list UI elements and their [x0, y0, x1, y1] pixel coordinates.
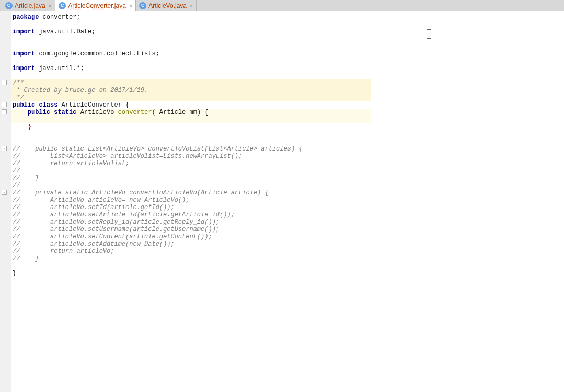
fold-toggle-icon[interactable]: -: [2, 102, 7, 107]
fold-toggle-icon[interactable]: -: [2, 146, 7, 151]
code-line[interactable]: // articleVo.setAddtime(new Date());: [11, 240, 371, 248]
code-line[interactable]: [11, 262, 371, 270]
editor-left-pane[interactable]: ----- package converter;import java.util…: [0, 11, 371, 392]
code-token: // List<ArticleVo> articleVolist=Lists.n…: [13, 153, 242, 160]
code-line[interactable]: import com.google.common.collect.Lists;: [11, 50, 371, 57]
code-token: // return articleVolist;: [13, 160, 129, 167]
editor-tab-bar: CArticle.java×CArticleConverter.java×CAr…: [0, 0, 564, 11]
code-token: ArticleVo: [76, 109, 118, 116]
fold-toggle-icon[interactable]: -: [2, 190, 7, 195]
code-token: import: [13, 65, 35, 72]
editor-shell: ----- package converter;import java.util…: [0, 11, 564, 392]
code-line[interactable]: // return articleVolist;: [11, 160, 371, 167]
tab-label: Article.java: [15, 2, 45, 9]
code-line[interactable]: import java.util.Date;: [11, 28, 371, 36]
code-line[interactable]: [11, 43, 371, 50]
code-line[interactable]: // articleVo.setId(article.getId());: [11, 204, 371, 211]
code-line[interactable]: // return articleVo;: [11, 248, 371, 255]
code-token: // }: [13, 255, 39, 262]
code-token: // return articleVo;: [13, 248, 114, 255]
code-token: ( Article mm) {: [152, 109, 208, 116]
fold-toggle-icon[interactable]: -: [2, 80, 7, 85]
editor-gutter[interactable]: -----: [0, 11, 11, 392]
code-token: ArticleConverter {: [57, 101, 129, 109]
code-token: // articleVo.setContent(article.getConte…: [13, 233, 212, 240]
code-line[interactable]: public static ArticleVo converter( Artic…: [11, 109, 371, 116]
code-line[interactable]: [11, 36, 371, 43]
code-token: import: [13, 28, 35, 36]
code-token: //: [13, 182, 20, 189]
close-icon[interactable]: ×: [190, 3, 193, 9]
code-line[interactable]: // }: [11, 255, 371, 262]
code-token: // ArticleVo articleVo= new ArticleVo();: [13, 197, 189, 204]
code-line[interactable]: //: [11, 167, 371, 175]
code-token: // articleVo.setArticle_id(article.getAr…: [13, 211, 235, 218]
fold-toggle-icon[interactable]: -: [2, 109, 7, 114]
code-token: [13, 123, 28, 131]
code-token: }: [13, 270, 16, 277]
code-token: /**: [13, 79, 24, 87]
code-line[interactable]: // articleVo.setArticle_id(article.getAr…: [11, 211, 371, 218]
tab-label: ArticleConverter.java: [68, 2, 126, 9]
code-line[interactable]: // public static List<ArticleVo> convert…: [11, 145, 371, 153]
code-line[interactable]: */: [11, 94, 371, 101]
code-token: // articleVo.setId(article.getId());: [13, 204, 175, 211]
code-token: // articleVo.setUsername(article.getUser…: [13, 226, 220, 233]
code-token: * Created by bruce.ge on 2017/1/19.: [13, 87, 148, 94]
code-line[interactable]: [11, 116, 371, 123]
code-line[interactable]: // articleVo.setContent(article.getConte…: [11, 233, 371, 240]
code-line[interactable]: // private static ArticleVo convertToArt…: [11, 189, 371, 197]
close-icon[interactable]: ×: [129, 3, 132, 9]
code-token: // public static List<ArticleVo> convert…: [13, 145, 303, 153]
tab-label: ArticleVo.java: [148, 2, 187, 9]
code-token: */: [13, 94, 24, 101]
code-line[interactable]: [11, 57, 371, 65]
code-token: [13, 109, 28, 116]
code-token: //: [13, 167, 20, 175]
tab-articleconverter-java[interactable]: CArticleConverter.java×: [55, 0, 136, 11]
code-line[interactable]: public class ArticleConverter {: [11, 101, 371, 109]
code-line[interactable]: [11, 21, 371, 28]
code-line[interactable]: package converter;: [11, 14, 371, 21]
code-token: import: [13, 50, 35, 57]
code-token: java.util.*;: [35, 65, 84, 72]
code-token: java.util.Date;: [35, 28, 95, 36]
java-class-icon: C: [5, 2, 13, 9]
code-line[interactable]: /**: [11, 79, 371, 87]
java-class-icon: C: [139, 2, 146, 9]
tab-article-java[interactable]: CArticle.java×: [2, 0, 55, 11]
java-class-icon: C: [59, 2, 66, 9]
code-token: public class: [13, 101, 57, 109]
code-line[interactable]: // ArticleVo articleVo= new ArticleVo();: [11, 197, 371, 204]
code-line[interactable]: [11, 138, 371, 145]
code-line[interactable]: // articleVo.setReply_id(article.getRepl…: [11, 218, 371, 226]
code-token: // private static ArticleVo convertToArt…: [13, 189, 269, 197]
code-token: }: [28, 123, 31, 131]
code-line[interactable]: //: [11, 182, 371, 189]
code-token: public static: [28, 109, 77, 116]
code-line[interactable]: [11, 72, 371, 79]
code-token: converter: [118, 109, 152, 116]
code-line[interactable]: [11, 131, 371, 138]
code-line[interactable]: }: [11, 123, 371, 131]
code-line[interactable]: }: [11, 270, 371, 277]
editor-right-pane[interactable]: [371, 11, 564, 392]
close-icon[interactable]: ×: [49, 3, 52, 9]
code-line[interactable]: // List<ArticleVo> articleVolist=Lists.n…: [11, 153, 371, 160]
code-token: converter;: [39, 14, 80, 21]
code-token: package: [13, 14, 39, 21]
code-line[interactable]: import java.util.*;: [11, 65, 371, 72]
code-token: // articleVo.setAddtime(new Date());: [13, 240, 175, 248]
code-line[interactable]: // }: [11, 175, 371, 182]
code-line[interactable]: // articleVo.setUsername(article.getUser…: [11, 226, 371, 233]
code-line[interactable]: * Created by bruce.ge on 2017/1/19.: [11, 87, 371, 94]
code-token: // articleVo.setReply_id(article.getRepl…: [13, 218, 220, 226]
text-caret-icon: [429, 30, 429, 38]
code-token: // }: [13, 175, 39, 182]
tab-articlevo-java[interactable]: CArticleVo.java×: [136, 0, 197, 11]
code-token: com.google.common.collect.Lists;: [35, 50, 159, 57]
code-area[interactable]: package converter;import java.util.Date;…: [11, 11, 371, 392]
